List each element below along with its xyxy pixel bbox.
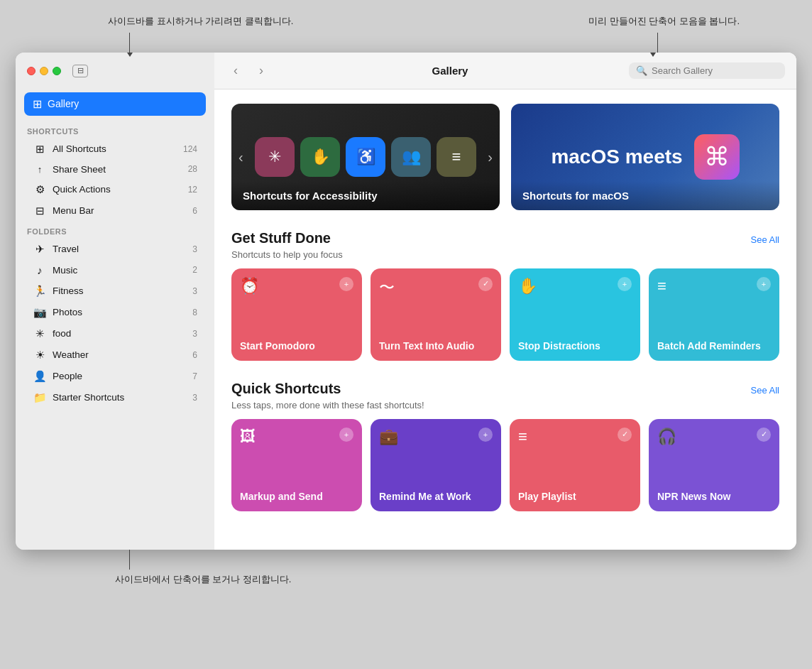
stop-distractions-icon: ✋ bbox=[518, 277, 537, 295]
music-count: 2 bbox=[192, 265, 197, 275]
forward-button[interactable]: › bbox=[251, 60, 271, 80]
accessibility-icon-2: ✋ bbox=[300, 137, 340, 177]
all-shortcuts-count: 124 bbox=[183, 144, 197, 154]
search-input[interactable] bbox=[652, 65, 765, 76]
quick-actions-icon: ⚙ bbox=[33, 183, 47, 196]
minimize-button[interactable] bbox=[40, 67, 48, 75]
text-audio-icon: 〜 bbox=[379, 277, 395, 298]
card-play-playlist[interactable]: ≡ ✓ Play Playlist bbox=[510, 419, 640, 511]
sidebar-item-people[interactable]: 👤 People 7 bbox=[21, 366, 209, 386]
sidebar-titlebar: ⊟ bbox=[16, 53, 214, 89]
card-npr-news[interactable]: 🎧 ✓ NPR News Now bbox=[649, 419, 779, 511]
travel-icon: ✈ bbox=[33, 243, 47, 256]
gallery-label: Gallery bbox=[48, 98, 79, 109]
all-shortcuts-label: All Shortcuts bbox=[53, 143, 183, 154]
photos-count: 8 bbox=[192, 308, 197, 317]
gallery-scroll-area[interactable]: ‹ ✳ ✋ ♿ 👥 ≡ › Shortcuts for Accessibilit… bbox=[214, 89, 796, 550]
search-icon: 🔍 bbox=[636, 65, 647, 76]
get-stuff-done-title: Get Stuff Done bbox=[231, 230, 331, 246]
card-turn-text-audio[interactable]: 〜 ✓ Turn Text Into Audio bbox=[371, 268, 501, 361]
batch-reminders-label: Batch Add Reminders bbox=[657, 340, 771, 352]
travel-count: 3 bbox=[192, 244, 197, 254]
annotation-bottom-left: 사이드바에서 단축어를 보거나 정리합니다. bbox=[115, 574, 291, 584]
back-button[interactable]: ‹ bbox=[226, 60, 246, 80]
main-toolbar: ‹ › Gallery 🔍 bbox=[214, 53, 796, 89]
app-window: ⊟ ⊞ Gallery Shortcuts ⊞ All Shortcuts 12… bbox=[16, 53, 796, 550]
sidebar-item-photos[interactable]: 📷 Photos 8 bbox=[21, 303, 209, 322]
search-box: 🔍 bbox=[629, 62, 785, 79]
sidebar-item-food[interactable]: ✳ food 3 bbox=[21, 324, 209, 344]
shortcuts-logo: ⌘ bbox=[694, 134, 740, 180]
quick-shortcuts-cards: 🖼 + Markup and Send 💼 + Remind Me at Wor… bbox=[231, 419, 779, 511]
sidebar: ⊟ ⊞ Gallery Shortcuts ⊞ All Shortcuts 12… bbox=[16, 53, 214, 550]
annotation-top-right: 미리 만들어진 단축어 모음을 봅니다. bbox=[588, 14, 740, 28]
hero-accessibility-card[interactable]: ‹ ✳ ✋ ♿ 👥 ≡ › Shortcuts for Accessibilit… bbox=[231, 104, 500, 210]
sidebar-item-fitness[interactable]: 🏃 Fitness 3 bbox=[21, 281, 209, 301]
pomodoro-icon: ⏰ bbox=[240, 277, 259, 295]
markup-send-add-btn[interactable]: + bbox=[339, 428, 353, 442]
card-remind-work[interactable]: 💼 + Remind Me at Work bbox=[371, 419, 501, 511]
pomodoro-add-btn[interactable]: + bbox=[339, 277, 353, 291]
fitness-icon: 🏃 bbox=[33, 285, 47, 298]
card-start-pomodoro[interactable]: ⏰ + Start Pomodoro bbox=[231, 268, 362, 361]
card-stop-distractions[interactable]: ✋ + Stop Distractions bbox=[510, 268, 640, 361]
fitness-count: 3 bbox=[192, 286, 197, 296]
sidebar-item-weather[interactable]: ☀ Weather 6 bbox=[21, 345, 209, 365]
hero-prev-btn[interactable]: ‹ bbox=[238, 148, 243, 165]
sidebar-item-gallery[interactable]: ⊞ Gallery bbox=[24, 92, 206, 116]
play-playlist-check-btn[interactable]: ✓ bbox=[618, 428, 632, 442]
sidebar-item-all-shortcuts[interactable]: ⊞ All Shortcuts 124 bbox=[21, 139, 209, 159]
accessibility-icon-5: ≡ bbox=[437, 137, 476, 177]
sidebar-item-travel[interactable]: ✈ Travel 3 bbox=[21, 239, 209, 259]
maximize-button[interactable] bbox=[53, 67, 61, 75]
hero-macos-card[interactable]: macOS meets ⌘ Shortcuts for macOS bbox=[511, 104, 779, 210]
photos-icon: 📷 bbox=[33, 306, 47, 319]
npr-news-label: NPR News Now bbox=[657, 491, 771, 503]
accessibility-icon-1: ✳ bbox=[255, 137, 295, 177]
quick-shortcuts-title: Quick Shortcuts bbox=[231, 381, 341, 397]
sidebar-item-music[interactable]: ♪ Music 2 bbox=[21, 261, 209, 280]
close-button[interactable] bbox=[27, 67, 35, 75]
people-label: People bbox=[53, 371, 192, 381]
text-audio-check-btn[interactable]: ✓ bbox=[478, 277, 493, 291]
sidebar-toggle-button[interactable]: ⊟ bbox=[72, 65, 88, 77]
quick-shortcuts-subtitle: Less taps, more done with these fast sho… bbox=[231, 400, 779, 410]
all-shortcuts-icon: ⊞ bbox=[33, 143, 47, 156]
get-stuff-done-section: Get Stuff Done See All Shortcuts to help… bbox=[231, 230, 779, 361]
play-playlist-label: Play Playlist bbox=[518, 491, 632, 503]
food-count: 3 bbox=[192, 329, 197, 339]
food-label: food bbox=[53, 328, 192, 339]
stop-distractions-add-btn[interactable]: + bbox=[618, 277, 632, 291]
gallery-icon: ⊞ bbox=[33, 97, 42, 111]
folders-section-label: Folders bbox=[16, 222, 214, 239]
markup-send-icon: 🖼 bbox=[240, 428, 256, 446]
share-sheet-count: 28 bbox=[188, 164, 197, 174]
hero-next-btn[interactable]: › bbox=[488, 148, 493, 165]
remind-work-add-btn[interactable]: + bbox=[478, 428, 493, 442]
music-icon: ♪ bbox=[33, 264, 47, 276]
npr-news-icon: 🎧 bbox=[657, 428, 676, 446]
share-sheet-label: Share Sheet bbox=[53, 164, 188, 175]
quick-shortcuts-see-all[interactable]: See All bbox=[751, 385, 779, 396]
play-playlist-icon: ≡ bbox=[518, 428, 527, 446]
card-markup-send[interactable]: 🖼 + Markup and Send bbox=[231, 419, 362, 511]
card-batch-add-reminders[interactable]: ≡ + Batch Add Reminders bbox=[649, 268, 779, 361]
get-stuff-done-subtitle: Shortcuts to help you focus bbox=[231, 249, 779, 260]
main-content: ‹ › Gallery 🔍 ‹ ✳ ✋ ♿ 👥 ≡ bbox=[214, 53, 796, 550]
annotation-top-left: 사이드바를 표시하거나 가리려면 클릭합니다. bbox=[108, 14, 293, 28]
sidebar-item-starter-shortcuts[interactable]: 📁 Starter Shortcuts 3 bbox=[21, 388, 209, 408]
get-stuff-done-see-all[interactable]: See All bbox=[751, 234, 779, 245]
sidebar-item-quick-actions[interactable]: ⚙ Quick Actions 12 bbox=[21, 180, 209, 200]
sidebar-item-share-sheet[interactable]: ↑ Share Sheet 28 bbox=[21, 161, 209, 178]
sidebar-item-menu-bar[interactable]: ⊟ Menu Bar 6 bbox=[21, 201, 209, 221]
npr-news-check-btn[interactable]: ✓ bbox=[757, 428, 771, 442]
markup-send-label: Markup and Send bbox=[240, 491, 353, 503]
food-icon: ✳ bbox=[33, 327, 47, 340]
stop-distractions-label: Stop Distractions bbox=[518, 340, 632, 352]
text-audio-label: Turn Text Into Audio bbox=[379, 340, 493, 352]
travel-label: Travel bbox=[53, 244, 192, 254]
people-count: 7 bbox=[192, 371, 197, 381]
accessibility-card-title: Shortcuts for Accessibility bbox=[243, 190, 488, 202]
shortcuts-section-label: Shortcuts bbox=[16, 121, 214, 138]
batch-reminders-add-btn[interactable]: + bbox=[757, 277, 771, 291]
